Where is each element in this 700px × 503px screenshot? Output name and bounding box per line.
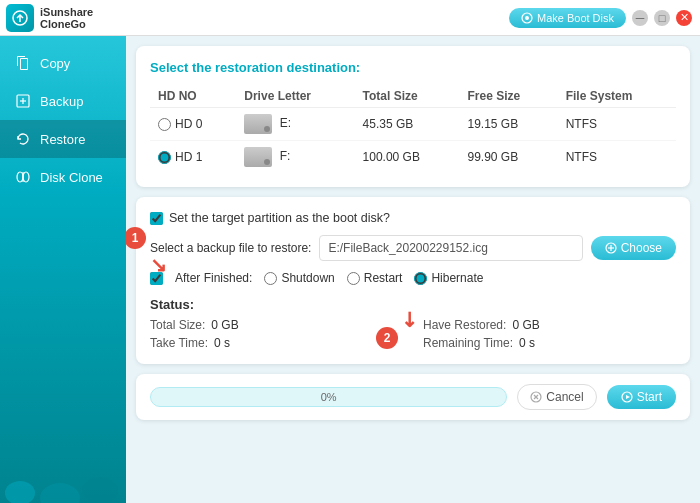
annotation-2: 2 (376, 327, 398, 349)
drive-icon-hd1 (244, 147, 272, 167)
annotation-1: 1 (126, 227, 146, 249)
have-restored-row: Have Restored: 0 GB (423, 318, 676, 332)
disk-icon (521, 12, 533, 24)
restart-option[interactable]: Restart (347, 271, 403, 285)
bottom-options-card: 1 ↘ 2 ↘ Set the target partition as the … (136, 197, 690, 364)
close-button[interactable]: ✕ (676, 10, 692, 26)
table-row: HD 0 E: 45.35 GB 19.15 GB NTFS (150, 108, 676, 141)
shutdown-radio[interactable] (264, 272, 277, 285)
hd0-file-system: NTFS (558, 108, 676, 141)
total-size-value: 0 GB (211, 318, 238, 332)
shutdown-option[interactable]: Shutdown (264, 271, 334, 285)
svg-marker-17 (626, 395, 630, 399)
progress-label: 0% (321, 391, 337, 403)
hd1-radio[interactable] (158, 151, 171, 164)
sidebar-item-restore[interactable]: Restore (0, 120, 126, 158)
hd0-drive-letter: E: (236, 108, 354, 141)
take-time-value: 0 s (214, 336, 230, 350)
title-bar: iSunshare CloneGo Make Boot Disk ─ □ ✕ (0, 0, 700, 36)
backup-file-row: Select a backup file to restore: Choose (150, 235, 676, 261)
maximize-button[interactable]: □ (654, 10, 670, 26)
hibernate-label: Hibernate (431, 271, 483, 285)
col-drive-letter: Drive Letter (236, 85, 354, 108)
table-row: HD 1 F: 100.00 GB 99.90 GB NTFS (150, 141, 676, 174)
sidebar-item-disk-clone[interactable]: Disk Clone (0, 158, 126, 196)
cancel-button[interactable]: Cancel (517, 384, 596, 410)
svg-point-7 (17, 172, 23, 182)
svg-point-8 (23, 172, 29, 182)
choose-button[interactable]: Choose (591, 236, 676, 260)
hd1-label: HD 1 (175, 150, 202, 164)
sidebar-item-backup[interactable]: Backup (0, 82, 126, 120)
total-size-row: Total Size: 0 GB (150, 318, 403, 332)
play-icon (621, 391, 633, 403)
svg-point-3 (525, 16, 529, 20)
title-bar-left: iSunshare CloneGo (6, 4, 93, 32)
remaining-time-row: Remaining Time: 0 s (423, 336, 676, 350)
app-name: iSunshare CloneGo (40, 6, 93, 30)
col-file-system: File System (558, 85, 676, 108)
hibernate-radio[interactable] (414, 272, 427, 285)
remaining-time-value: 0 s (519, 336, 535, 350)
hd1-total-size: 100.00 GB (355, 141, 460, 174)
hd0-label: HD 0 (175, 117, 202, 131)
hd1-radio-cell[interactable]: HD 1 (150, 141, 236, 174)
sidebar-item-restore-label: Restore (40, 132, 86, 147)
hd1-drive-letter: F: (236, 141, 354, 174)
after-finished-label: After Finished: (175, 271, 252, 285)
restore-icon (14, 130, 32, 148)
cancel-icon (530, 391, 542, 403)
restore-destination-title: Select the restoration destination: (150, 60, 676, 75)
hd0-free-size: 19.15 GB (459, 108, 557, 141)
progress-area: 0% Cancel Start (136, 374, 690, 420)
hd0-radio[interactable] (158, 118, 171, 131)
drive-icon-hd0 (244, 114, 272, 134)
title-bar-right: Make Boot Disk ─ □ ✕ (509, 8, 692, 28)
remaining-time-label: Remaining Time: (423, 336, 513, 350)
progress-wrapper: 0% (150, 387, 507, 407)
set-boot-checkbox[interactable] (150, 212, 163, 225)
set-boot-row: Set the target partition as the boot dis… (150, 211, 676, 225)
make-boot-disk-button[interactable]: Make Boot Disk (509, 8, 626, 28)
backup-icon (14, 92, 32, 110)
after-finished-row: After Finished: Shutdown Restart Hiberna… (150, 271, 676, 285)
start-button[interactable]: Start (607, 385, 676, 409)
have-restored-value: 0 GB (512, 318, 539, 332)
hibernate-option[interactable]: Hibernate (414, 271, 483, 285)
col-free-size: Free Size (459, 85, 557, 108)
backup-file-label: Select a backup file to restore: (150, 241, 311, 255)
disk-clone-icon (14, 168, 32, 186)
hd1-free-size: 99.90 GB (459, 141, 557, 174)
sidebar: Copy Backup Restore (0, 36, 126, 503)
copy-icon (14, 54, 32, 72)
plus-icon (605, 242, 617, 254)
sidebar-item-copy[interactable]: Copy (0, 44, 126, 82)
sidebar-item-copy-label: Copy (40, 56, 70, 71)
arrow-1: ↘ (150, 253, 167, 277)
shutdown-label: Shutdown (281, 271, 334, 285)
set-boot-label: Set the target partition as the boot dis… (169, 211, 390, 225)
take-time-label: Take Time: (150, 336, 208, 350)
take-time-row: Take Time: 0 s (150, 336, 403, 350)
sidebar-item-disk-clone-label: Disk Clone (40, 170, 103, 185)
total-size-label: Total Size: (150, 318, 205, 332)
restore-destination-card: Select the restoration destination: HD N… (136, 46, 690, 187)
main-layout: Copy Backup Restore (0, 36, 700, 503)
hd1-file-system: NTFS (558, 141, 676, 174)
hd0-radio-cell[interactable]: HD 0 (150, 108, 236, 141)
minimize-button[interactable]: ─ (632, 10, 648, 26)
content-area: Select the restoration destination: HD N… (126, 36, 700, 503)
sidebar-item-backup-label: Backup (40, 94, 83, 109)
hd0-total-size: 45.35 GB (355, 108, 460, 141)
app-logo (6, 4, 34, 32)
have-restored-label: Have Restored: (423, 318, 506, 332)
backup-file-input[interactable] (319, 235, 582, 261)
restart-label: Restart (364, 271, 403, 285)
restart-radio[interactable] (347, 272, 360, 285)
col-hd-no: HD NO (150, 85, 236, 108)
disk-table: HD NO Drive Letter Total Size Free Size … (150, 85, 676, 173)
col-total-size: Total Size (355, 85, 460, 108)
